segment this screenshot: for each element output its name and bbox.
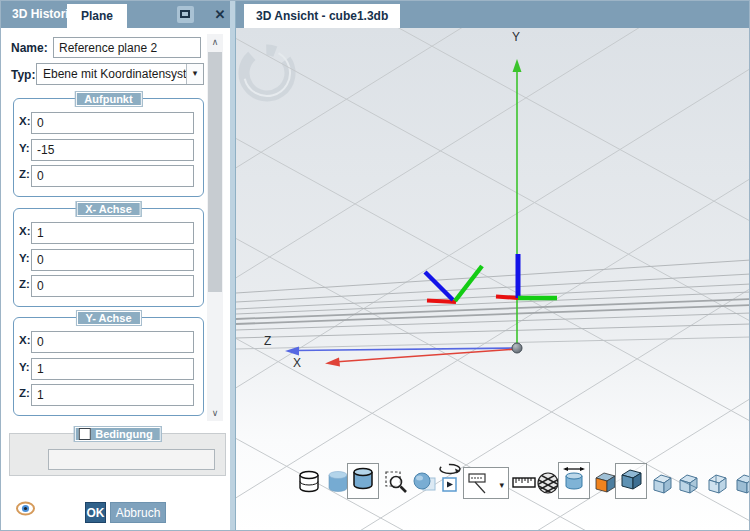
- scroll-down-icon[interactable]: ∨: [207, 405, 223, 421]
- x-label: X:: [19, 115, 31, 127]
- name-input[interactable]: [53, 37, 201, 58]
- cube-variant-3-button[interactable]: [706, 472, 729, 499]
- zoom-window-button[interactable]: [383, 469, 409, 499]
- cube-variant-1-button[interactable]: [651, 472, 674, 499]
- condition-group: Bedingung: [9, 433, 226, 476]
- tab-3d-ansicht[interactable]: 3D Ansicht - cube1.3db: [244, 4, 400, 28]
- x-achse-row-x: X:: [14, 222, 203, 244]
- shaded-sphere-plane-icon: [412, 469, 438, 495]
- y-achse-row-y: Y:: [14, 358, 203, 380]
- z-label: Z:: [19, 387, 30, 399]
- name-label: Name:: [11, 41, 48, 55]
- z-label: Z:: [19, 278, 30, 290]
- z-axis-label: Z: [264, 334, 271, 348]
- group-x-achse-title: X- Achse: [75, 201, 142, 217]
- y-label: Y:: [19, 252, 30, 264]
- cube-variant-4-icon: [734, 472, 750, 495]
- ruler-icon: [512, 469, 536, 495]
- cube-variant-2-icon: [677, 472, 700, 495]
- y-label: Y:: [19, 361, 30, 373]
- chevron-down-icon[interactable]: ▾: [186, 64, 203, 84]
- left-tabbar: 3D Historie Plane ✕: [1, 1, 230, 28]
- 3d-viewport-panel: 3D Ansicht - cube1.3db: [236, 1, 750, 531]
- x-achse-row-y: Y:: [14, 249, 203, 271]
- cube-variant-4-button[interactable]: [734, 472, 750, 499]
- y-achse-row-z: Z:: [14, 384, 203, 406]
- group-x-achse: X- Achse X: Y: Z:: [13, 208, 204, 307]
- condition-header: Bedingung: [73, 426, 161, 442]
- 3d-scene[interactable]: Y Z X: [236, 28, 750, 531]
- ok-button[interactable]: OK: [85, 502, 106, 523]
- cube-variant-2-button[interactable]: [677, 472, 700, 499]
- group-y-achse-title: Y- Achse: [75, 310, 141, 326]
- condition-checkbox[interactable]: [78, 428, 90, 440]
- rotate-animation-button[interactable]: [438, 463, 462, 499]
- group-y-achse: Y- Achse X: Y: Z:: [13, 317, 204, 416]
- x-achse-y-input[interactable]: [31, 249, 194, 271]
- y-label: Y:: [19, 142, 30, 154]
- cube-variant-3-icon: [706, 472, 729, 495]
- shaded-edges-cylinder-icon: [350, 466, 376, 492]
- group-aufpunkt: Aufpunkt X: Y: Z:: [13, 98, 204, 197]
- rotate-animation-icon: [438, 463, 462, 495]
- aufpunkt-z-input[interactable]: [31, 165, 194, 187]
- x-label: X:: [19, 334, 31, 346]
- aufpunkt-row-x: X:: [14, 112, 203, 134]
- y-achse-y-input[interactable]: [31, 358, 194, 380]
- type-value: Ebene mit Koordinatensystem: [43, 64, 203, 84]
- shaded-edges-cylinder-button[interactable]: [347, 463, 379, 499]
- y-achse-row-x: X:: [14, 331, 203, 353]
- form-scrollbar[interactable]: ∧ ∨: [207, 34, 223, 421]
- z-label: Z:: [19, 168, 30, 180]
- origin-sphere: [512, 343, 522, 353]
- x-axis-label: X: [293, 356, 301, 370]
- y-axis-label: Y: [512, 30, 520, 44]
- y-achse-x-input[interactable]: [31, 331, 194, 353]
- aufpunkt-x-input[interactable]: [31, 112, 194, 134]
- cancel-button[interactable]: Abbruch: [110, 502, 166, 523]
- zoom-window-icon: [383, 469, 409, 495]
- eye-visibility-icon[interactable]: [16, 501, 35, 516]
- cube-variant-1-icon: [651, 472, 674, 495]
- scroll-thumb[interactable]: [208, 52, 222, 292]
- shaded-sphere-plane-button[interactable]: [412, 469, 438, 499]
- y-achse-z-input[interactable]: [31, 384, 194, 406]
- measure-cylinder-icon: [561, 465, 587, 492]
- tab-plane[interactable]: Plane: [67, 4, 127, 28]
- wireframe-cylinder-button[interactable]: [296, 469, 322, 499]
- solid-cube-icon: [618, 466, 644, 492]
- x-label: X:: [19, 225, 31, 237]
- group-aufpunkt-title: Aufpunkt: [74, 91, 142, 107]
- dimension-label-icon: [464, 468, 494, 498]
- aufpunkt-y-input[interactable]: [31, 139, 194, 161]
- plane-form: Name: Typ: Ebene mit Koordinatensystem ▾…: [1, 28, 230, 531]
- viewport-tabbar: 3D Ansicht - cube1.3db: [236, 1, 750, 28]
- application-window: 3D Historie Plane ✕ Name: Typ: Ebene mit…: [0, 0, 750, 531]
- condition-label: Bedingung: [95, 428, 152, 440]
- condition-input[interactable]: [48, 449, 215, 470]
- wireframe-cylinder-icon: [296, 469, 322, 495]
- maximize-icon: [180, 10, 190, 18]
- solid-cube-button[interactable]: [615, 463, 647, 499]
- type-label: Typ:: [11, 68, 35, 82]
- aufpunkt-row-z: Z:: [14, 165, 203, 187]
- aufpunkt-row-y: Y:: [14, 139, 203, 161]
- measure-cylinder-button[interactable]: [558, 462, 590, 499]
- maximize-button[interactable]: [177, 6, 194, 23]
- scroll-up-icon[interactable]: ∧: [207, 34, 223, 50]
- x-achse-x-input[interactable]: [31, 222, 194, 244]
- chevron-down-icon[interactable]: ▾: [499, 480, 504, 490]
- x-achse-z-input[interactable]: [31, 275, 194, 297]
- type-dropdown[interactable]: Ebene mit Koordinatensystem ▾: [36, 63, 204, 85]
- close-button[interactable]: ✕: [211, 6, 229, 23]
- dimension-dropdown-button[interactable]: ▾: [463, 467, 509, 499]
- plane-properties-panel: 3D Historie Plane ✕ Name: Typ: Ebene mit…: [1, 1, 230, 531]
- ruler-button[interactable]: [512, 469, 536, 499]
- x-achse-row-z: Z:: [14, 275, 203, 297]
